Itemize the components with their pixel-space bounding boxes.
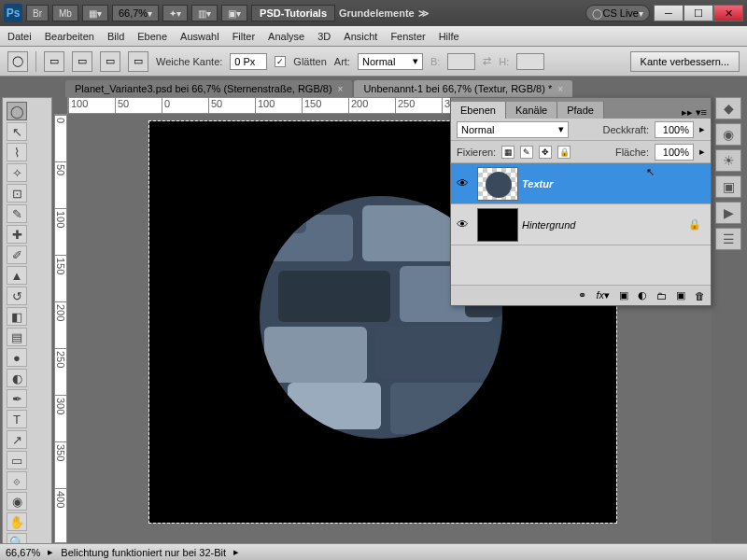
lock-pixels-icon[interactable]: ✎ [520,146,533,159]
color-panel-icon[interactable]: ◆ [715,97,741,119]
eyedropper-tool[interactable]: ✎ [7,204,27,223]
link-layers-icon[interactable]: ⚭ [578,289,586,301]
menu-ebene[interactable]: Ebene [137,31,167,42]
3d-camera-tool[interactable]: ◉ [7,492,27,511]
new-layer-icon[interactable]: ▣ [676,289,685,301]
style-dropdown[interactable]: Normal▾ [358,53,423,70]
marquee-tool[interactable]: ◯ [7,102,27,120]
move-tool[interactable]: ↖ [7,122,27,141]
eraser-tool[interactable]: ◧ [7,307,27,326]
menu-datei[interactable]: Datei [7,31,32,42]
wand-tool[interactable]: ✧ [7,163,27,182]
cslive-button[interactable]: ◯ CS Live ▾ [585,5,650,21]
bridge-button[interactable]: Br [26,5,49,21]
shape-tool[interactable]: ▭ [7,451,27,469]
visibility-icon[interactable]: 👁 [451,217,473,231]
status-menu-icon[interactable]: ▸ [233,546,239,558]
layer-thumbnail[interactable] [477,208,518,242]
history-brush-tool[interactable]: ↺ [7,287,27,305]
intersect-selection-icon[interactable]: ▭ [128,51,148,72]
fill-input[interactable]: 100% [655,144,694,161]
swap-wh-icon: ⇄ [483,55,491,67]
hand-tool[interactable]: ✋ [7,512,27,531]
tab-kanale[interactable]: Kanäle [506,102,557,119]
stamp-tool[interactable]: ▲ [7,266,27,285]
tab-pfade[interactable]: Pfade [557,102,604,119]
hand-tool-button[interactable]: ✦▾ [162,5,188,21]
more-icon[interactable]: ≫ [418,7,430,20]
close-tab-icon[interactable]: × [557,84,563,94]
crop-tool[interactable]: ⊡ [7,184,27,203]
menu-analyse[interactable]: Analyse [268,31,304,42]
screen-mode-button[interactable]: ▣▾ [221,5,247,21]
delete-layer-icon[interactable]: 🗑 [695,290,705,301]
current-tool-icon[interactable]: ◯ [7,51,28,72]
type-tool[interactable]: T [7,410,27,428]
workspace-name[interactable]: Grundelemente [339,7,415,19]
adjustment-icon[interactable]: ◐ [638,289,647,301]
lasso-tool[interactable]: ⌇ [7,143,27,161]
menu-bild[interactable]: Bild [107,31,124,42]
workspace-brand[interactable]: PSD-Tutorials [251,5,335,21]
healing-tool[interactable]: ✚ [7,225,27,244]
document-tab-1[interactable]: Planet_Variante3.psd bei 66,7% (Sternens… [65,80,352,97]
group-icon[interactable]: 🗀 [656,290,667,301]
menu-3d[interactable]: 3D [317,31,331,42]
new-selection-icon[interactable]: ▭ [44,51,64,72]
add-selection-icon[interactable]: ▭ [72,51,92,72]
tab-ebenen[interactable]: Ebenen [451,102,506,119]
path-tool[interactable]: ↗ [7,430,27,449]
opacity-flyout-icon[interactable]: ▸ [699,123,705,135]
mask-icon[interactable]: ▣ [619,289,628,301]
status-message: Belichtung funktioniert nur bei 32-Bit [61,547,226,558]
layer-thumbnail[interactable] [477,167,518,201]
opacity-input[interactable]: 100% [655,121,694,138]
menu-ansicht[interactable]: Ansicht [344,31,377,42]
layer-textur[interactable]: 👁 Textur ↖ [451,163,711,204]
blend-mode-dropdown[interactable]: Normal▾ [457,121,569,138]
feather-input[interactable] [230,53,267,70]
refine-edge-button[interactable]: Kante verbessern... [630,51,740,72]
swatches-panel-icon[interactable]: ◉ [715,123,741,146]
subtract-selection-icon[interactable]: ▭ [100,51,120,72]
status-zoom[interactable]: 66,67% [6,547,40,558]
blur-tool[interactable]: ● [7,348,27,367]
masks-panel-icon[interactable]: ▣ [715,175,741,198]
3d-tool[interactable]: ⟐ [7,471,27,490]
actions-panel-icon[interactable]: ☰ [715,228,741,250]
layer-hintergrund[interactable]: 👁 Hintergrund 🔒 [451,204,711,245]
brush-tool[interactable]: ✐ [7,245,27,264]
lock-position-icon[interactable]: ✥ [539,146,552,159]
dodge-tool[interactable]: ◐ [7,369,27,387]
layer-name[interactable]: Hintergrund [522,219,575,231]
minimize-button[interactable]: ─ [654,5,684,21]
close-tab-icon[interactable]: × [338,84,344,94]
menu-filter[interactable]: Filter [233,31,255,42]
history-panel-icon[interactable]: ▶ [715,202,741,224]
panel-collapse-icon[interactable]: ▸▸ [682,106,693,119]
zoom-level-dropdown[interactable]: 66,7% ▾ [112,5,159,21]
maximize-button[interactable]: ☐ [684,5,713,21]
fx-icon[interactable]: fx▾ [596,289,610,301]
panel-menu-icon[interactable]: ▾≡ [696,106,707,119]
close-button[interactable]: ✕ [713,5,743,21]
view-extras-button[interactable]: ▦▾ [82,5,108,21]
status-bar: 66,67% ▸ Belichtung funktioniert nur bei… [0,543,747,560]
lock-transparency-icon[interactable]: ▦ [501,146,514,159]
menu-bearbeiten[interactable]: Bearbeiten [45,31,94,42]
vertical-ruler[interactable]: 050100150200250300350400 [54,114,67,543]
arrange-button[interactable]: ▥▾ [191,5,218,21]
minibridge-button[interactable]: Mb [52,5,78,21]
visibility-icon[interactable]: 👁 [451,176,473,190]
menu-fenster[interactable]: Fenster [390,31,425,42]
menu-hilfe[interactable]: Hilfe [439,31,459,42]
lock-all-icon[interactable]: 🔒 [557,146,571,159]
antialias-checkbox[interactable]: ✓ [275,56,286,67]
gradient-tool[interactable]: ▤ [7,328,27,346]
fill-flyout-icon[interactable]: ▸ [699,146,705,158]
menu-auswahl[interactable]: Auswahl [180,31,219,42]
document-tab-2[interactable]: Unbenannt-1 bei 66,7% (Textur, RGB/8) *× [354,80,572,97]
adjustments-panel-icon[interactable]: ☀ [715,149,741,172]
layer-name[interactable]: Textur [522,178,553,189]
pen-tool[interactable]: ✒ [7,389,27,408]
